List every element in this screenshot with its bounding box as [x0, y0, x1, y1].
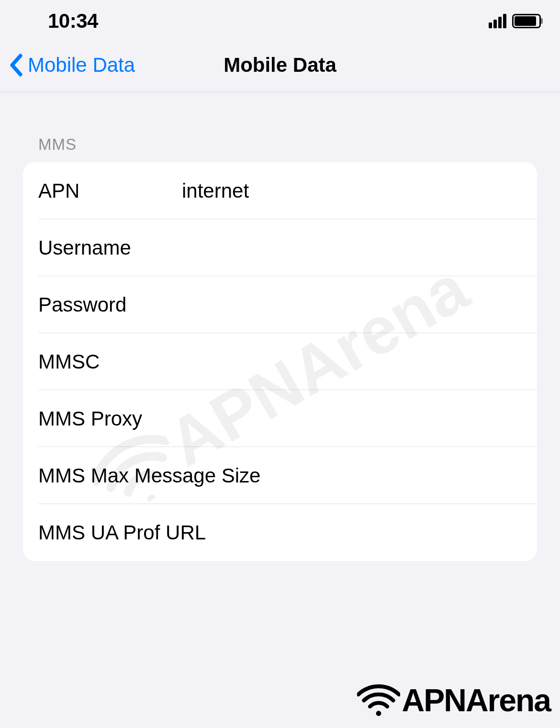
- input-mms-max-size[interactable]: [269, 464, 522, 487]
- row-mms-ua-prof[interactable]: MMS UA Prof URL: [23, 504, 537, 561]
- status-bar: 10:34: [0, 0, 560, 38]
- row-mms-proxy[interactable]: MMS Proxy: [23, 390, 537, 447]
- input-username[interactable]: [182, 236, 522, 259]
- row-password[interactable]: Password: [23, 276, 537, 333]
- row-mmsc[interactable]: MMSC: [23, 333, 537, 390]
- label-mms-proxy: MMS Proxy: [38, 407, 182, 430]
- watermark-logo: APNArena: [357, 682, 550, 718]
- section-header-mms: MMS: [38, 135, 537, 154]
- battery-icon: [512, 14, 541, 28]
- label-mms-max-size: MMS Max Message Size: [38, 464, 269, 487]
- label-apn: APN: [38, 179, 182, 202]
- label-username: Username: [38, 236, 182, 259]
- settings-card: APN Username Password MMSC MMS Proxy MMS…: [23, 162, 537, 561]
- page-title: Mobile Data: [224, 54, 336, 77]
- svg-point-0: [376, 711, 381, 716]
- back-button[interactable]: Mobile Data: [10, 54, 135, 77]
- label-mmsc: MMSC: [38, 350, 182, 373]
- chevron-left-icon: [10, 54, 23, 77]
- row-apn[interactable]: APN: [23, 162, 537, 219]
- label-password: Password: [38, 293, 182, 316]
- status-indicators: [489, 14, 541, 28]
- status-time: 10:34: [48, 10, 98, 33]
- content-area: MMS APN Username Password MMSC MMS Proxy…: [0, 92, 560, 561]
- row-mms-max-size[interactable]: MMS Max Message Size: [23, 447, 537, 504]
- cellular-signal-icon: [489, 14, 506, 28]
- wifi-icon: [357, 683, 400, 717]
- navigation-bar: Mobile Data Mobile Data: [0, 38, 560, 92]
- input-mms-ua-prof[interactable]: [269, 521, 522, 544]
- input-mms-proxy[interactable]: [182, 407, 522, 430]
- input-mmsc[interactable]: [182, 350, 522, 373]
- input-apn[interactable]: [182, 179, 522, 202]
- row-username[interactable]: Username: [23, 219, 537, 276]
- label-mms-ua-prof: MMS UA Prof URL: [38, 521, 269, 544]
- back-label: Mobile Data: [28, 54, 135, 77]
- watermark-logo-text: APNArena: [402, 682, 550, 718]
- input-password[interactable]: [182, 293, 522, 316]
